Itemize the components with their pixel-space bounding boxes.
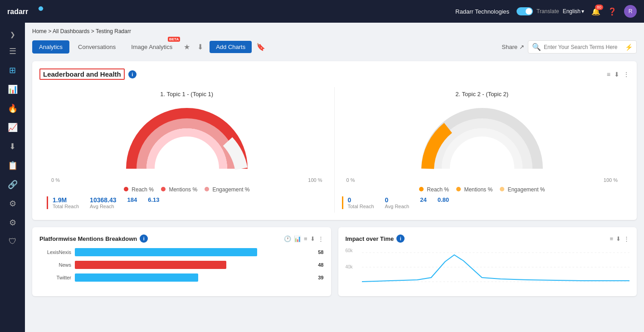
leaderboard-card: Leaderboard and Health i ≡ ⬇ ⋮ 1. Topic … bbox=[32, 61, 637, 220]
legend2-item-1: Reach % bbox=[419, 186, 449, 193]
topic1-title: 1. Topic 1 - (Topic 1) bbox=[47, 91, 327, 98]
bar-row-twitter: Twitter 39 bbox=[39, 273, 324, 282]
breadcrumb-all-dashboards[interactable]: All Dashboards bbox=[53, 28, 89, 34]
share-icon: ↗ bbox=[519, 44, 524, 50]
sidebar: ❯ ☰ ⊞ 📊 🔥 📈 ⬇ 📋 🔗 ⚙ ⚙ 🛡 bbox=[0, 23, 25, 332]
main-content: Home > All Dashboards > Testing Radarr A… bbox=[25, 23, 644, 332]
notification-bell[interactable]: 🔔 80 bbox=[591, 7, 600, 16]
platformwise-chart-icon[interactable]: 🕐 bbox=[284, 235, 291, 242]
card-download-icon[interactable]: ⬇ bbox=[614, 71, 620, 78]
tab-image-analytics-wrap: Image Analytics BETA bbox=[124, 40, 179, 54]
sidebar-item-security[interactable]: 🛡 bbox=[4, 232, 21, 251]
line-chart-svg bbox=[362, 248, 630, 287]
search-box: 🔍 ⚡ bbox=[528, 40, 637, 54]
sidebar-item-trending[interactable]: 🔥 bbox=[3, 99, 22, 118]
company-name: Radarr Technologies bbox=[455, 8, 509, 15]
topic1-avg-reach-value: 10368.43 bbox=[90, 196, 116, 204]
sidebar-item-config[interactable]: ⚙ bbox=[5, 213, 21, 232]
topic2-section: 2. Topic 2 - (Topic 2) 0 % bbox=[335, 87, 630, 213]
topic1-label-0: 0 % bbox=[51, 177, 60, 183]
platformwise-bar-chart: LexisNexis 58 News 48 Twitter bbox=[39, 248, 324, 282]
topic1-chart bbox=[123, 103, 250, 176]
impact-more-icon[interactable]: ⋮ bbox=[624, 235, 629, 242]
legend2-reach-label: Reach % bbox=[427, 186, 449, 193]
impact-card: Impact over Time i ≡ ⬇ ⋮ 60k 40k bbox=[338, 227, 637, 296]
topic2-chart-labels: 0 % 100 % bbox=[342, 177, 623, 183]
avatar[interactable]: R bbox=[624, 5, 637, 18]
bookmark-icon[interactable]: 🔖 bbox=[254, 40, 268, 54]
add-charts-button[interactable]: Add Charts bbox=[210, 41, 252, 53]
translate-toggle[interactable] bbox=[517, 7, 533, 15]
legend-engagement-label: Engagement % bbox=[212, 186, 249, 193]
tab-conversations[interactable]: Conversations bbox=[71, 40, 122, 54]
star-icon[interactable]: ★ bbox=[181, 40, 193, 54]
impact-download-icon[interactable]: ⬇ bbox=[616, 235, 621, 242]
bar-fill-lexisnexis bbox=[75, 248, 257, 256]
leaderboard-card-actions: ≡ ⬇ ⋮ bbox=[607, 71, 629, 78]
search-input[interactable] bbox=[544, 44, 622, 50]
platformwise-menu-icon[interactable]: ≡ bbox=[304, 235, 307, 242]
topic2-total-reach-label: Total Reach bbox=[348, 204, 374, 209]
legend2-dot-mentions bbox=[456, 187, 461, 191]
bar-fill-news bbox=[75, 261, 226, 269]
topic1-label-100: 100 % bbox=[308, 177, 322, 183]
platformwise-header: Platformwise Mentions Breakdown i 🕐 📊 ≡ … bbox=[39, 234, 324, 243]
filter-icon[interactable]: ⚡ bbox=[625, 44, 633, 51]
topic1-metric3: 184 bbox=[127, 196, 137, 209]
sidebar-item-grid[interactable]: ⊞ bbox=[5, 61, 20, 80]
language-selector[interactable]: English ▾ bbox=[563, 8, 584, 15]
bar-fill-twitter bbox=[75, 273, 198, 282]
card-menu-icon[interactable]: ≡ bbox=[607, 71, 610, 78]
card-more-icon[interactable]: ⋮ bbox=[623, 71, 629, 78]
share-button[interactable]: Share ↗ bbox=[502, 44, 524, 50]
topic1-chart-labels: 0 % 100 % bbox=[47, 177, 327, 183]
topic2-chart bbox=[419, 103, 546, 176]
topic1-avg-reach: 10368.43 Avg Reach bbox=[90, 196, 116, 209]
leaderboard-info-icon[interactable]: i bbox=[128, 70, 137, 78]
help-icon[interactable]: ❓ bbox=[608, 7, 617, 16]
topic2-title: 2. Topic 2 - (Topic 2) bbox=[342, 91, 623, 98]
topic2-label-0: 0 % bbox=[346, 177, 355, 183]
top-navigation: radarr Radarr Technologies Translate Eng… bbox=[0, 0, 644, 23]
topic1-legend: Reach % Mentions % Engagement % bbox=[47, 186, 327, 193]
y-label-60k: 60k bbox=[346, 248, 353, 253]
beta-badge: BETA bbox=[168, 37, 180, 42]
sidebar-item-integrations[interactable]: 🔗 bbox=[3, 175, 22, 194]
legend2-engagement-label: Engagement % bbox=[507, 186, 545, 193]
bar-track-news bbox=[75, 261, 312, 269]
svg-text:radarr: radarr bbox=[7, 8, 28, 15]
sidebar-expand[interactable]: ❯ bbox=[6, 27, 19, 42]
legend-item-2: Mentions % bbox=[161, 186, 197, 193]
notification-count: 80 bbox=[595, 5, 603, 10]
impact-info-icon[interactable]: i bbox=[396, 234, 405, 243]
sidebar-item-menu[interactable]: ☰ bbox=[5, 42, 21, 61]
platformwise-card-icons: 🕐 📊 ≡ ⬇ ⋮ bbox=[284, 235, 324, 242]
share-section: Share ↗ 🔍 ⚡ bbox=[502, 40, 637, 54]
topic2-total-reach: 0 Total Reach bbox=[348, 196, 374, 209]
leaderboard-title: Leaderboard and Health bbox=[39, 68, 125, 80]
sidebar-item-stats[interactable]: 📈 bbox=[3, 118, 22, 137]
bar-track-lexisnexis bbox=[75, 248, 312, 256]
sidebar-item-reports[interactable]: 📋 bbox=[3, 156, 22, 175]
topic1-avg-reach-label: Avg Reach bbox=[90, 204, 116, 209]
bar-value-news: 48 bbox=[318, 262, 323, 268]
tab-download-icon[interactable]: ⬇ bbox=[195, 40, 206, 54]
platformwise-more-icon[interactable]: ⋮ bbox=[318, 235, 324, 242]
platformwise-download-icon[interactable]: ⬇ bbox=[310, 235, 315, 242]
tab-image-analytics[interactable]: Image Analytics bbox=[124, 40, 179, 54]
sidebar-item-download[interactable]: ⬇ bbox=[5, 137, 20, 156]
tab-bar: Analytics Conversations Image Analytics … bbox=[32, 40, 637, 54]
legend2-dot-engagement bbox=[500, 187, 504, 191]
legend-mentions-label: Mentions % bbox=[169, 186, 197, 193]
breadcrumb-home[interactable]: Home bbox=[32, 28, 47, 34]
topic2-metric4-value: 0.80 bbox=[438, 196, 449, 203]
tab-analytics[interactable]: Analytics bbox=[32, 40, 69, 54]
sidebar-item-settings[interactable]: ⚙ bbox=[5, 194, 21, 213]
platformwise-bar-icon[interactable]: 📊 bbox=[294, 235, 301, 242]
topic2-label-100: 100 % bbox=[604, 177, 618, 183]
share-label: Share bbox=[502, 44, 517, 50]
platformwise-info-icon[interactable]: i bbox=[140, 234, 148, 243]
sidebar-item-analytics[interactable]: 📊 bbox=[3, 80, 22, 99]
impact-menu-icon[interactable]: ≡ bbox=[610, 235, 613, 242]
topic1-metrics: 1.9M Total Reach 10368.43 Avg Reach 184 … bbox=[47, 196, 327, 209]
